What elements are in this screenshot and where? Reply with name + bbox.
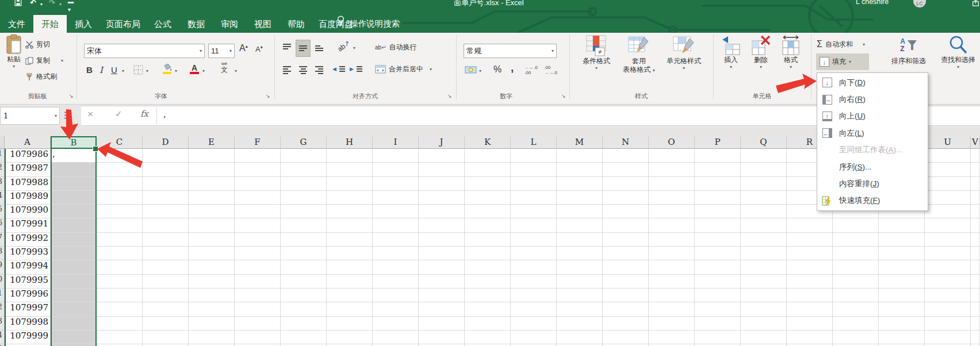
cell-O11[interactable]	[649, 289, 695, 302]
row-header-2[interactable]: 2	[0, 163, 5, 176]
cell-I1[interactable]	[373, 149, 419, 163]
font-size-select[interactable]: 11▾	[208, 44, 235, 58]
cell-B5[interactable]	[51, 205, 97, 218]
decrease-indent-button[interactable]: ◀	[332, 66, 345, 72]
cell-L5[interactable]	[511, 205, 557, 218]
cell-C8[interactable]	[97, 247, 143, 260]
font-color-dropdown-icon[interactable]: ▾	[202, 68, 205, 74]
cell-U2[interactable]	[925, 163, 971, 176]
cell-F13[interactable]	[235, 317, 281, 330]
cell-L4[interactable]	[511, 191, 557, 205]
cell-D9[interactable]	[143, 260, 189, 274]
cell-I13[interactable]	[373, 317, 419, 330]
cell-B9[interactable]	[51, 260, 97, 274]
cell-G11[interactable]	[281, 289, 327, 302]
comma-style-button[interactable]: ,	[511, 61, 514, 74]
cell-I3[interactable]	[373, 177, 419, 191]
cell-J5[interactable]	[419, 205, 465, 218]
accounting-format-button[interactable]	[465, 64, 477, 77]
cell-H14[interactable]	[327, 330, 373, 344]
fill-menu-item-up[interactable]: ↑向上(U)	[817, 108, 928, 125]
cell-P11[interactable]	[695, 289, 741, 302]
cell-K7[interactable]	[465, 233, 511, 247]
cell-D1[interactable]	[143, 149, 189, 163]
cell-L1[interactable]	[511, 149, 557, 163]
cell-J7[interactable]	[419, 233, 465, 247]
cell-E10[interactable]	[189, 275, 235, 289]
number-dialog-launcher-icon[interactable]: ↘	[561, 93, 566, 99]
cell-C7[interactable]	[97, 233, 143, 247]
phonetic-button[interactable]: wé 文	[221, 61, 228, 74]
cell-P14[interactable]	[695, 330, 741, 344]
cell-F3[interactable]	[235, 177, 281, 191]
col-header-C[interactable]: C	[97, 136, 143, 149]
cell-G2[interactable]	[281, 163, 327, 176]
cell-D5[interactable]	[143, 205, 189, 218]
cell-N7[interactable]	[603, 233, 649, 247]
delete-cells-button[interactable]: 删除 ▾	[748, 35, 774, 70]
cell-M11[interactable]	[557, 289, 603, 302]
cell-K8[interactable]	[465, 247, 511, 260]
cell-B11[interactable]	[51, 289, 97, 302]
cell-B13[interactable]	[51, 317, 97, 330]
ribbon-tab-6[interactable]: 审阅	[213, 15, 246, 33]
cell-C3[interactable]	[97, 177, 143, 191]
customize-qat-icon[interactable]: ▬▾	[68, 0, 74, 14]
merge-center-dropdown-icon[interactable]: ▾	[430, 67, 432, 72]
ribbon-tab-3[interactable]: 页面布局	[100, 15, 146, 33]
cell-P2[interactable]	[695, 163, 741, 176]
cell-H12[interactable]	[327, 302, 373, 316]
cell-A11[interactable]: 1079996	[5, 289, 51, 302]
cell-S7[interactable]	[833, 233, 879, 247]
format-cells-button[interactable]: 格式 ▾	[778, 35, 804, 70]
cell-I5[interactable]	[373, 205, 419, 218]
col-header-K[interactable]: K	[465, 136, 511, 149]
cell-F10[interactable]	[235, 275, 281, 289]
cell-G6[interactable]	[281, 218, 327, 232]
cell-J4[interactable]	[419, 191, 465, 205]
decrease-decimal-button[interactable]: .00 →→.0	[544, 65, 557, 75]
cell-Q10[interactable]	[741, 275, 787, 289]
cell-T10[interactable]	[879, 275, 925, 289]
cell-V8[interactable]	[971, 247, 980, 260]
cell-M8[interactable]	[557, 247, 603, 260]
cell-Q7[interactable]	[741, 233, 787, 247]
cell-N9[interactable]	[603, 260, 649, 274]
name-box[interactable]: 1 ▾	[0, 107, 60, 125]
col-header-F[interactable]: F	[235, 136, 281, 149]
cell-R13[interactable]	[787, 317, 833, 330]
cell-C9[interactable]	[97, 260, 143, 274]
cell-E5[interactable]	[189, 205, 235, 218]
cell-D12[interactable]	[143, 302, 189, 316]
cell-V10[interactable]	[971, 275, 980, 289]
cell-K9[interactable]	[465, 260, 511, 274]
cell-G8[interactable]	[281, 247, 327, 260]
cell-O2[interactable]	[649, 163, 695, 176]
fill-handle[interactable]	[93, 146, 98, 152]
cell-P13[interactable]	[695, 317, 741, 330]
cell-E1[interactable]	[189, 149, 235, 163]
cell-I11[interactable]	[373, 289, 419, 302]
cell-M3[interactable]	[557, 177, 603, 191]
row-header-3[interactable]: 3	[0, 177, 5, 191]
cell-R11[interactable]	[787, 289, 833, 302]
save-icon[interactable]	[14, 0, 22, 8]
cell-J10[interactable]	[419, 275, 465, 289]
copy-button[interactable]: 复制 ▾	[25, 56, 63, 66]
col-header-O[interactable]: O	[649, 136, 695, 149]
cell-J9[interactable]	[419, 260, 465, 274]
cell-B2[interactable]	[51, 163, 97, 176]
cell-A7[interactable]: 1079992	[5, 233, 51, 247]
cell-K14[interactable]	[465, 330, 511, 344]
increase-indent-button[interactable]: ▶	[350, 66, 362, 72]
cell-U14[interactable]	[925, 330, 971, 344]
cell-H11[interactable]	[327, 289, 373, 302]
col-header-D[interactable]: D	[143, 136, 189, 149]
cell-D7[interactable]	[143, 233, 189, 247]
fill-menu-item-justify[interactable]: 内容重排(J)	[817, 175, 928, 192]
cell-B3[interactable]	[51, 177, 97, 191]
cell-O13[interactable]	[649, 317, 695, 330]
cell-O7[interactable]	[649, 233, 695, 247]
cell-V1[interactable]	[971, 149, 980, 163]
cell-V11[interactable]	[971, 289, 980, 302]
